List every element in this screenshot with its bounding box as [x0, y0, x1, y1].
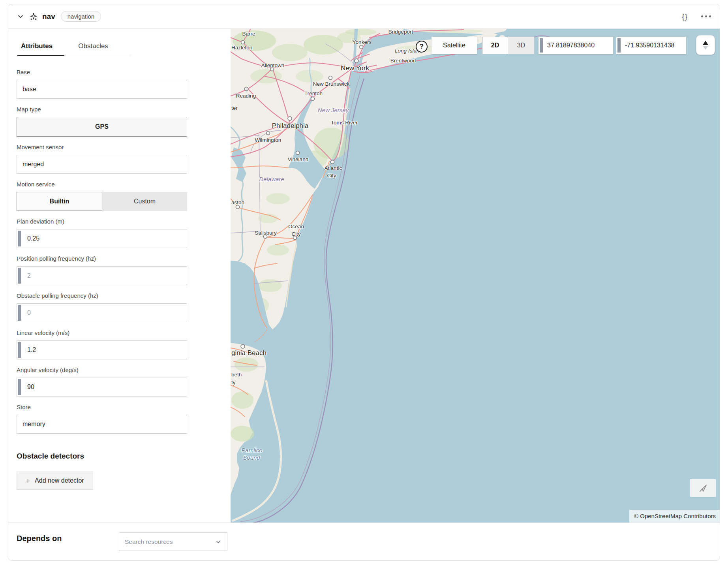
latitude-input[interactable] [538, 37, 613, 54]
base-label: Base [17, 69, 187, 75]
position-polling-label: Position polling frequency (hz) [17, 255, 187, 262]
depends-on-placeholder: Search resources [125, 538, 215, 545]
depends-on-section: Depends on Search resources [8, 523, 720, 560]
number-accent-bar [18, 305, 21, 321]
satellite-toggle-button[interactable]: Satellite [432, 37, 477, 54]
more-menu-icon[interactable] [701, 15, 711, 17]
map-type-gps-button[interactable]: GPS [17, 117, 187, 137]
longitude-input[interactable] [616, 37, 686, 54]
obstacle-polling-input[interactable] [17, 303, 187, 322]
field-obstacle-polling: Obstacle polling frequency (hz) [17, 292, 187, 322]
depends-on-select[interactable]: Search resources [119, 532, 227, 551]
locate-button[interactable] [690, 479, 716, 497]
triangle-up-icon [703, 41, 708, 45]
service-type-badge: navigation [61, 11, 101, 22]
panel-tabs: Attributes Obstacles [17, 42, 131, 56]
field-motion-service: Motion service Builtin Custom [17, 181, 187, 211]
number-accent-bar [18, 379, 21, 395]
field-map-type: Map type GPS [17, 106, 187, 137]
service-card: nav navigation {} Attributes Obstacles B… [8, 4, 720, 561]
movement-sensor-label: Movement sensor [17, 144, 187, 150]
map-attribution: © OpenStreetMap Contributors [629, 510, 720, 523]
map-dimension-toggle: 2D 3D [482, 37, 534, 54]
navigation-arrow-icon [698, 483, 708, 493]
field-movement-sensor: Movement sensor [17, 144, 187, 174]
latitude-field [538, 37, 613, 54]
plan-deviation-label: Plan deviation (m) [17, 218, 187, 225]
add-detector-label: Add new detector [35, 477, 84, 484]
json-mode-icon[interactable]: {} [682, 12, 688, 21]
service-name: nav [42, 12, 55, 21]
field-linear-velocity: Linear velocity (m/s) [17, 329, 187, 359]
field-store: Store [17, 404, 187, 434]
linear-velocity-label: Linear velocity (m/s) [17, 329, 187, 336]
position-polling-input[interactable] [17, 266, 187, 285]
map-tiles [231, 29, 720, 523]
longitude-field [616, 37, 686, 54]
mode-3d-button[interactable]: 3D [508, 37, 534, 54]
motion-service-segmented: Builtin Custom [17, 192, 187, 211]
tab-attributes[interactable]: Attributes [17, 42, 64, 56]
chevron-down-icon [215, 539, 221, 545]
mode-2d-button[interactable]: 2D [482, 37, 508, 54]
movement-sensor-input[interactable] [17, 155, 187, 174]
service-body: Attributes Obstacles Base Map type GPS M… [8, 29, 720, 523]
field-base: Base [17, 69, 187, 99]
number-accent-bar [18, 231, 21, 246]
angular-velocity-input[interactable] [17, 378, 187, 397]
service-header: nav navigation {} [8, 4, 720, 29]
navigation-service-icon [29, 12, 38, 21]
collapse-chevron-icon[interactable] [17, 13, 24, 20]
tab-obstacles[interactable]: Obstacles [75, 42, 112, 56]
number-accent-bar [18, 268, 21, 284]
store-label: Store [17, 404, 187, 410]
motion-service-label: Motion service [17, 181, 187, 188]
linear-velocity-input[interactable] [17, 340, 187, 359]
map-canvas[interactable]: BarreHazletonAllentownYonkersBridgeportB… [231, 29, 720, 523]
field-plan-deviation: Plan deviation (m) [17, 218, 187, 248]
plan-deviation-input[interactable] [17, 229, 187, 248]
motion-service-custom-option[interactable]: Custom [102, 192, 187, 211]
store-input[interactable] [17, 415, 187, 434]
obstacle-polling-label: Obstacle polling frequency (hz) [17, 292, 187, 299]
plus-icon: + [26, 477, 30, 485]
field-angular-velocity: Angular velocity (deg/s) [17, 367, 187, 397]
triangle-down-icon [703, 46, 708, 50]
motion-service-builtin-option[interactable]: Builtin [17, 192, 102, 211]
help-icon[interactable]: ? [416, 41, 428, 53]
obstacle-detectors-heading: Obstacle detectors [17, 452, 231, 461]
number-accent-bar [18, 342, 21, 358]
depends-on-heading: Depends on [17, 534, 62, 543]
field-position-polling: Position polling frequency (hz) [17, 255, 187, 285]
add-detector-button[interactable]: + Add new detector [17, 472, 93, 490]
attributes-panel: Attributes Obstacles Base Map type GPS M… [8, 29, 231, 523]
base-input[interactable] [17, 80, 187, 99]
map-type-label: Map type [17, 106, 187, 113]
angular-velocity-label: Angular velocity (deg/s) [17, 367, 187, 373]
swap-coordinates-button[interactable] [696, 35, 715, 55]
